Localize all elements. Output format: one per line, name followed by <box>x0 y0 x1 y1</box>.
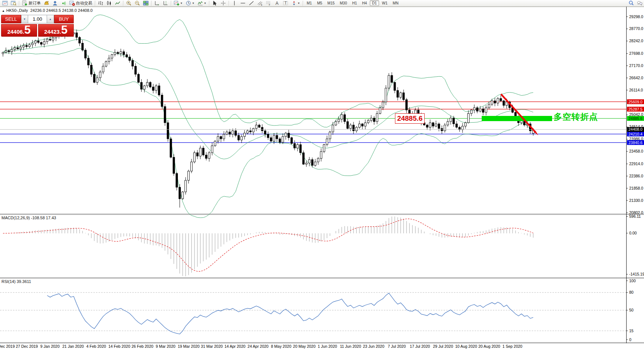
search-button[interactable] <box>627 0 635 7</box>
timeframe-d1-button[interactable]: D1 <box>370 0 379 6</box>
signals-icon <box>61 0 66 6</box>
bear-candle <box>406 100 408 110</box>
text-tool[interactable]: A <box>273 0 281 7</box>
timeframe-m1-button[interactable]: M1 <box>305 0 314 6</box>
bull-candle <box>376 113 378 121</box>
bear-candle <box>453 118 455 124</box>
date-label: 4 Feb 2020 <box>86 344 106 349</box>
bull-candle <box>370 118 372 120</box>
chat-button[interactable] <box>635 0 644 7</box>
text-label-icon: T <box>283 0 288 6</box>
lot-decrease-button[interactable]: ▼ <box>21 15 29 23</box>
chart-canvas[interactable]: 29298.028770.028242.027698.027170.026642… <box>0 0 644 350</box>
bull-candle <box>332 125 334 132</box>
auto-scroll-icon <box>154 0 160 6</box>
equidistant-channel-tool[interactable]: E <box>256 0 264 7</box>
buy-button[interactable]: BUY <box>54 15 74 23</box>
svg-text:21858.0: 21858.0 <box>629 186 643 190</box>
timeframe-mn-button[interactable]: MN <box>391 0 401 6</box>
sell-price-main: 24406 <box>7 29 23 35</box>
symbol-period: HK50-,Daily <box>6 8 28 13</box>
bull-candle <box>308 160 310 163</box>
new-chart-dropdown[interactable]: ▼ <box>172 0 184 7</box>
sell-button[interactable]: SELL <box>1 15 21 23</box>
new-chart-icon <box>2 0 8 6</box>
bear-candle <box>76 33 77 37</box>
candlestick-chart-button[interactable] <box>105 0 113 7</box>
profiles-button[interactable] <box>9 0 18 7</box>
bear-candle <box>361 124 363 126</box>
new-chart-button[interactable] <box>1 0 9 7</box>
turning-point-text[interactable]: 多空转折点 <box>554 111 598 123</box>
autotrading-icon <box>69 0 75 6</box>
date-axis[interactable]: 13 Dec 201927 Dec 20199 Jan 202021 Jan 2… <box>0 344 522 349</box>
templates-dropdown[interactable]: ▼ <box>196 0 208 7</box>
zoom-in-button[interactable] <box>125 0 133 7</box>
bear-candle <box>409 110 411 113</box>
bear-candle <box>249 131 251 132</box>
timeframe-m5-button[interactable]: M5 <box>315 0 325 6</box>
autotrading-button[interactable]: 自动交易 <box>68 0 94 7</box>
bear-candle <box>291 138 293 144</box>
trendline-icon <box>249 0 254 6</box>
bear-candle <box>238 136 240 140</box>
periods-dropdown[interactable]: ▼ <box>184 0 196 7</box>
toolbar-separator <box>209 1 209 6</box>
community-button[interactable] <box>51 0 59 7</box>
bull-candle <box>46 39 48 41</box>
timeframe-w1-button[interactable]: W1 <box>380 0 390 6</box>
search-icon <box>628 0 634 6</box>
crosshair-tool[interactable] <box>219 0 228 7</box>
bull-candle <box>96 78 98 82</box>
horizontal-line-tool[interactable] <box>239 0 247 7</box>
horizontal-line-objects[interactable] <box>0 102 626 143</box>
zoom-out-button[interactable] <box>133 0 142 7</box>
arrows-tool[interactable]: ▼ <box>290 0 302 7</box>
bear-candle <box>164 107 166 123</box>
bear-candle <box>37 41 39 42</box>
market-watch-gold-button[interactable] <box>42 0 51 7</box>
bear-candle <box>8 51 10 51</box>
bull-candle <box>447 121 449 125</box>
toolbar-separator <box>123 1 123 6</box>
tile-windows-button[interactable] <box>142 0 150 7</box>
text-label-tool[interactable]: T <box>281 0 290 7</box>
price-axis[interactable]: 29298.028770.028242.027698.027170.026642… <box>626 14 643 215</box>
collapse-icon[interactable]: ▲ <box>2 9 5 13</box>
bull-candle <box>246 131 248 133</box>
bear-candle <box>93 74 95 83</box>
svg-text:E: E <box>261 4 262 6</box>
timeframe-m30-button[interactable]: M30 <box>338 0 349 6</box>
chart-annotations[interactable] <box>482 94 552 135</box>
buy-price-button[interactable]: 24423.5 <box>38 24 74 37</box>
profiles-icon <box>11 0 16 6</box>
vertical-line-tool[interactable] <box>230 0 239 7</box>
sell-price-button[interactable]: 24406.5 <box>1 24 37 37</box>
signals-button[interactable] <box>59 0 68 7</box>
bull-candle <box>240 137 242 140</box>
bull-candle <box>356 127 358 131</box>
date-label: 24 Apr 2020 <box>248 344 269 349</box>
bear-candle <box>202 148 204 155</box>
trendline-tool[interactable] <box>247 0 256 7</box>
auto-scroll-button[interactable] <box>153 0 161 7</box>
price-callout-label[interactable]: 24885.6 <box>395 113 425 124</box>
resistance-line-2-label: 25287.5 <box>628 107 643 111</box>
bar-chart-button[interactable] <box>96 0 105 7</box>
bear-candle <box>258 125 260 127</box>
timeframe-h4-button[interactable]: H4 <box>360 0 369 6</box>
lot-increase-button[interactable]: ▲ <box>47 15 54 23</box>
fibonacci-tool[interactable]: F <box>264 0 273 7</box>
timeframe-m15-button[interactable]: M15 <box>325 0 337 6</box>
new-order-button[interactable]: 新订单 <box>20 0 42 7</box>
line-chart-button[interactable] <box>113 0 122 7</box>
lot-size-input[interactable] <box>28 15 47 23</box>
one-click-trade-panel: SELL ▼ ▲ BUY 24406.5 24423.5 <box>1 15 74 37</box>
chart-shift-icon <box>163 0 168 6</box>
timeframe-h1-button[interactable]: H1 <box>350 0 359 6</box>
bull-candle <box>465 123 467 126</box>
fibonacci-icon: F <box>266 0 271 6</box>
chart-shift-button[interactable] <box>161 0 170 7</box>
cursor-tool[interactable] <box>210 0 219 7</box>
arrows-icon <box>291 0 297 6</box>
